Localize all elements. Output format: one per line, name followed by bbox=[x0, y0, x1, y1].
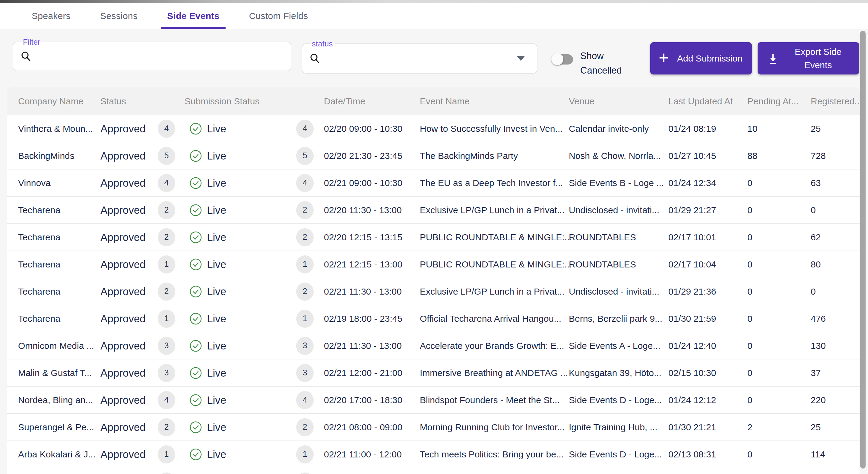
date-time-cell: 02/21 12:15 - 13:00 bbox=[324, 259, 402, 270]
filter-field[interactable]: Filter bbox=[13, 42, 291, 71]
submission-status-cell: Live bbox=[189, 367, 226, 379]
plus-icon: + bbox=[650, 49, 672, 68]
registered-cell: 114 bbox=[811, 449, 825, 460]
status-cell: Approved bbox=[100, 231, 146, 243]
submission-count-badge: 4 bbox=[158, 174, 175, 192]
venue-cell: Side Events A - Loge... bbox=[569, 341, 660, 351]
tab-sessions[interactable]: Sessions bbox=[96, 3, 142, 29]
filter-input[interactable] bbox=[36, 42, 223, 70]
registered-cell: 0 bbox=[811, 205, 816, 215]
last-updated-cell: 01/30 21:21 bbox=[668, 422, 716, 432]
registered-cell: 62 bbox=[811, 232, 820, 243]
submission-status-cell: Live bbox=[189, 394, 226, 407]
pending-cell: 0 bbox=[747, 449, 752, 460]
table-row[interactable]: Nordea, Bling an... Approved 4 Live 4 02… bbox=[7, 386, 860, 414]
column-header-company-name[interactable]: Company Name bbox=[18, 96, 84, 106]
table-row[interactable]: Techarena Approved 2 Live 2 02/20 12:15 … bbox=[7, 224, 860, 251]
column-header-venue[interactable]: Venue bbox=[569, 96, 594, 106]
column-header-last-updated-at[interactable]: Last Updated At bbox=[668, 96, 733, 106]
table-row[interactable]: Superangel & Pe... Approved 2 Live 2 02/… bbox=[7, 414, 860, 441]
column-header-submission-status[interactable]: Submission Status bbox=[185, 96, 259, 106]
column-header-registered[interactable]: Registered... bbox=[811, 96, 860, 106]
submission-count-badge: 4 bbox=[158, 391, 175, 409]
date-time-cell: 02/21 08:00 - 09:00 bbox=[324, 422, 402, 432]
last-updated-cell: 01/30 21:59 bbox=[668, 314, 716, 324]
check-circle-icon bbox=[189, 367, 202, 379]
submission-count-badge: 4 bbox=[158, 120, 175, 138]
company-name-cell: Techarena bbox=[18, 286, 60, 297]
tab-speakers[interactable]: Speakers bbox=[27, 3, 75, 29]
table-row[interactable]: Techarena Approved 2 Live 2 02/20 11:30 … bbox=[7, 197, 860, 224]
event-name-cell: Exclusive LP/GP Lunch in a Privat... bbox=[420, 205, 565, 215]
company-name-cell: Techarena bbox=[18, 205, 60, 215]
status-field[interactable]: status bbox=[302, 43, 537, 73]
date-time-cell: 02/20 12:15 - 13:15 bbox=[324, 232, 402, 243]
table-row[interactable]: Malin & Gustaf T... Approved 3 Live 3 02… bbox=[7, 359, 860, 386]
tab-custom-fields[interactable]: Custom Fields bbox=[245, 3, 312, 29]
submission-count-badge: 5 bbox=[158, 147, 175, 165]
column-header-event-name[interactable]: Event Name bbox=[420, 96, 470, 106]
table-row[interactable]: BackingMinds Approved 5 Live 5 02/20 21:… bbox=[7, 142, 860, 169]
company-name-cell: Malin & Gustaf T... bbox=[18, 368, 92, 378]
registered-cell: 80 bbox=[811, 259, 820, 270]
status-cell: Approved bbox=[100, 286, 146, 297]
datetime-count-badge: 3 bbox=[296, 337, 314, 355]
event-name-cell: The BackingMinds Party bbox=[420, 151, 518, 161]
date-time-cell: 02/20 17:00 - 18:30 bbox=[324, 395, 402, 405]
tab-bar: Speakers Sessions Side Events Custom Fie… bbox=[0, 3, 868, 29]
table-row[interactable]: Techarena Approved 1 Live 1 02/21 12:15 … bbox=[7, 251, 860, 278]
column-header-status[interactable]: Status bbox=[100, 96, 126, 106]
submission-status-cell: Live bbox=[189, 122, 226, 135]
show-cancelled-label: Show Cancelled bbox=[580, 49, 634, 78]
submission-status-cell: Live bbox=[189, 177, 226, 189]
check-circle-icon bbox=[189, 448, 202, 461]
datetime-count-badge: 1 bbox=[296, 445, 314, 464]
registered-cell: 220 bbox=[811, 395, 826, 405]
add-submission-button[interactable]: + Add Submission bbox=[650, 42, 752, 74]
submission-count-badge: 1 bbox=[158, 255, 175, 274]
table-row[interactable]: Vinnova Approved 4 Live 4 02/21 09:00 - … bbox=[7, 169, 860, 197]
venue-cell: Side Events B - Loge ... bbox=[569, 178, 664, 188]
submission-status-cell: Live bbox=[189, 231, 226, 244]
table-row[interactable]: Vinthera & Moun... Approved 4 Live 4 02/… bbox=[7, 115, 860, 142]
table-row[interactable]: Techarena Approved 2 Live 2 02/21 11:30 … bbox=[7, 278, 860, 305]
check-circle-icon bbox=[189, 421, 202, 434]
last-updated-cell: 02/17 10:04 bbox=[668, 259, 716, 270]
export-side-events-button[interactable]: Export Side Events bbox=[757, 42, 859, 74]
vertical-scrollbar[interactable] bbox=[860, 31, 866, 469]
venue-cell: ROUNDTABLES bbox=[569, 232, 636, 243]
column-header-pending-at[interactable]: Pending At... bbox=[747, 96, 799, 106]
date-time-cell: 02/21 11:30 - 13:00 bbox=[324, 341, 402, 351]
pending-cell: 88 bbox=[747, 151, 757, 161]
pending-cell: 0 bbox=[747, 314, 752, 324]
date-time-cell: 02/21 11:30 - 13:00 bbox=[324, 286, 402, 297]
pending-cell: 0 bbox=[747, 341, 752, 351]
table-row[interactable]: Omnicom Media ... Approved 3 Live 3 02/2… bbox=[7, 332, 860, 359]
submission-status-label: Live bbox=[207, 340, 226, 352]
company-name-cell: Arba Kokalari & J... bbox=[18, 449, 96, 460]
check-circle-icon bbox=[189, 394, 202, 407]
datetime-count-badge: 1 bbox=[296, 310, 314, 328]
top-strip bbox=[0, 0, 868, 3]
pending-cell: 0 bbox=[747, 205, 752, 215]
submission-count-badge: 2 bbox=[158, 418, 175, 436]
venue-cell: Ignite Training Hub, ... bbox=[569, 422, 657, 432]
company-name-cell: Superangel & Pe... bbox=[18, 422, 94, 432]
table-row[interactable]: Techarena Approved 1 Live 1 02/19 18:00 … bbox=[7, 305, 860, 332]
venue-cell: Calendar invite-only bbox=[569, 124, 649, 134]
submission-count-badge: 2 bbox=[158, 283, 175, 301]
table-row[interactable] bbox=[7, 468, 860, 474]
last-updated-cell: 01/24 12:40 bbox=[668, 341, 716, 351]
pending-cell: 0 bbox=[747, 232, 752, 243]
check-circle-icon bbox=[189, 231, 202, 244]
show-cancelled-toggle[interactable] bbox=[551, 52, 574, 66]
status-input[interactable] bbox=[325, 44, 512, 73]
tab-side-events[interactable]: Side Events bbox=[163, 3, 223, 29]
venue-cell: Nosh & Chow, Norrla... bbox=[569, 151, 661, 161]
chevron-down-icon[interactable] bbox=[517, 56, 525, 61]
table-row[interactable]: Arba Kokalari & J... Approved 1 Live 1 0… bbox=[7, 441, 860, 468]
event-name-cell: The EU as a Deep Tech Investor f... bbox=[420, 178, 563, 188]
submission-status-label: Live bbox=[207, 177, 226, 189]
column-header-date-time[interactable]: Date/Time bbox=[324, 96, 365, 106]
submission-status-cell: Live bbox=[189, 312, 226, 325]
